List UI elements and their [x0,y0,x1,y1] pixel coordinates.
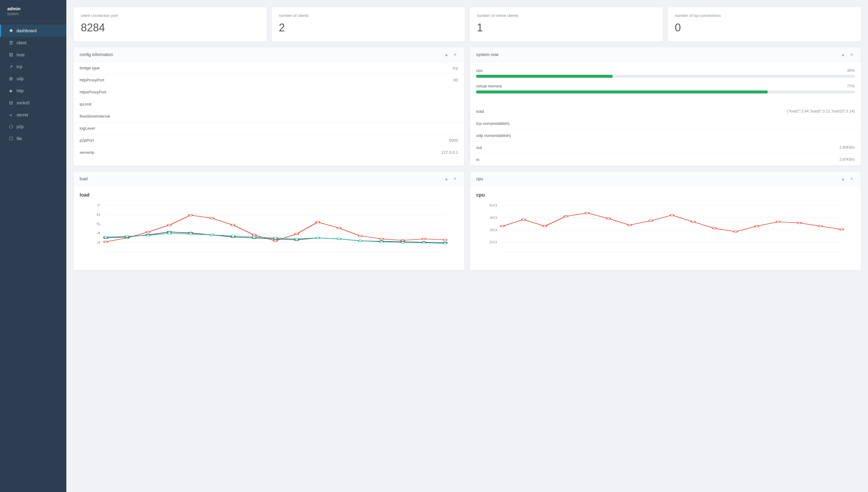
load-chart-body: load 7 6 5 4 3 [74,186,464,270]
vmem-progress-fill [476,91,768,94]
tcp-icon: ↗ [8,64,14,69]
svg-point-61 [443,242,447,244]
svg-point-51 [231,235,235,237]
info-val: 2.87KB/s [839,157,855,162]
info-val: 2.60KB/s [839,145,855,150]
load-close-btn[interactable]: ✕ [452,176,458,182]
svg-point-81 [713,228,716,229]
config-row: httpsProxyPort [74,86,464,98]
config-key: bridge type [80,66,100,70]
cpu-close-btn[interactable]: ✕ [849,176,855,182]
config-val: tcp [453,66,458,70]
config-close-btn[interactable]: ✕ [452,52,458,57]
sidebar-label-dashboard: dashboard [17,28,37,33]
secret-icon: « [8,112,14,117]
svg-text:50: 50 [489,203,497,207]
panels-row-1: config information ▲ ✕ bridge type tcp h… [74,47,861,166]
svg-text:7: 7 [97,203,100,207]
cpu-metric: cpu 36% [476,68,855,78]
config-val: 6000 [449,138,458,143]
http-icon: ◈ [8,88,14,94]
cpu-panel-title: cpu [476,176,483,181]
config-collapse-btn[interactable]: ▲ [443,52,450,57]
svg-point-21 [316,221,320,223]
cpu-chart-svg: 50 40 30 20 [476,203,855,263]
info-row: in 2.87KB/s [470,153,861,166]
config-key: flowStoreInterval [80,114,110,119]
svg-point-57 [358,240,362,242]
sidebar-item-file[interactable]: ☐file [0,133,66,145]
system-now-collapse-btn[interactable]: ▲ [840,52,846,57]
svg-text:6: 6 [97,213,100,217]
stat-value-number-of-tcp-connections: 0 [675,21,854,34]
sidebar: admin system ❖dashboard☰client⛓host↗tcp⊞… [0,0,66,492]
svg-point-85 [797,222,801,224]
config-row: flowStoreInterval [74,110,464,122]
svg-point-24 [379,238,383,240]
cpu-panel-header: cpu ▲ ✕ [470,172,861,186]
cpu-label: cpu [476,68,483,73]
sidebar-item-host[interactable]: ⛓host [0,49,66,60]
sidebar-label-p2p: p2p [17,124,24,129]
config-key: logLevel [80,126,95,130]
svg-point-22 [337,227,341,229]
cpu-collapse-btn[interactable]: ▲ [840,176,846,182]
cpu-chart-body: cpu 50 40 30 20 [470,186,861,270]
sidebar-item-udp[interactable]: ⊞udp [0,73,66,85]
system-now-body: cpu 36% virtual memory 77% [470,62,861,105]
svg-text:3: 3 [97,241,100,245]
svg-point-46 [125,236,129,237]
svg-point-71 [500,225,504,227]
dashboard-icon: ❖ [8,28,14,33]
p2p-icon: ⬡ [8,124,14,129]
sidebar-item-http[interactable]: ◈http [0,85,66,97]
sidebar-header: admin system [0,0,66,21]
load-collapse-btn[interactable]: ▲ [443,176,450,182]
sidebar-label-udp: udp [17,76,24,81]
config-table: bridge type tcp httpProxyPort 80 httpsPr… [74,62,464,158]
svg-point-73 [543,225,547,227]
sidebar-item-socks5[interactable]: ⊟socks5 [0,97,66,109]
info-key: tcp num(establish) [476,121,509,126]
svg-point-86 [819,225,822,227]
load-panel: load ▲ ✕ load 7 6 [74,172,464,270]
config-panel: config information ▲ ✕ bridge type tcp h… [74,47,464,166]
vmem-metric: virtual memory 77% [476,84,855,94]
info-key: load [476,109,484,114]
sidebar-item-client[interactable]: ☰client [0,37,66,49]
config-key: httpProxyPort [80,78,104,82]
system-now-panel-controls: ▲ ✕ [840,52,855,57]
svg-point-75 [585,212,589,214]
sidebar-item-secret[interactable]: «secret [0,109,66,121]
svg-point-19 [273,240,278,242]
load-chart-svg: 7 6 5 4 3 [80,203,458,263]
stat-title-number-of-clients: number of clients [279,13,458,18]
sidebar-item-dashboard[interactable]: ❖dashboard [0,25,66,37]
system-now-close-btn[interactable]: ✕ [849,52,855,57]
stat-title-client-connection-port: client connection port [81,13,260,18]
config-row: logLevel [74,122,464,134]
sidebar-item-tcp[interactable]: ↗tcp [0,60,66,73]
sidebar-item-p2p[interactable]: ⬡p2p [0,121,66,133]
config-row: bridge type tcp [74,62,464,74]
svg-point-47 [146,235,150,236]
info-table: load {"load1":2.94,"load5":3.21,"load15"… [470,105,861,166]
svg-point-45 [104,236,108,238]
config-key: ipLimit [80,102,91,106]
admin-name: admin [7,6,59,11]
config-row: ipLimit [74,98,464,110]
info-row: out 2.60KB/s [470,141,861,153]
stat-card-client-connection-port: client connection port 8284 [74,7,267,41]
vmem-label: virtual memory [476,84,502,88]
vmem-progress-bg [476,91,855,94]
svg-point-50 [210,234,214,236]
config-val: 80 [454,78,458,82]
panels-row-2: load ▲ ✕ load 7 6 [74,172,861,270]
vmem-pct: 77% [847,84,855,88]
file-icon: ☐ [8,136,14,141]
host-icon: ⛓ [8,52,14,57]
config-panel-controls: ▲ ✕ [443,52,458,57]
udp-icon: ⊞ [8,76,14,81]
svg-point-77 [628,224,631,226]
info-key: out [476,145,482,150]
